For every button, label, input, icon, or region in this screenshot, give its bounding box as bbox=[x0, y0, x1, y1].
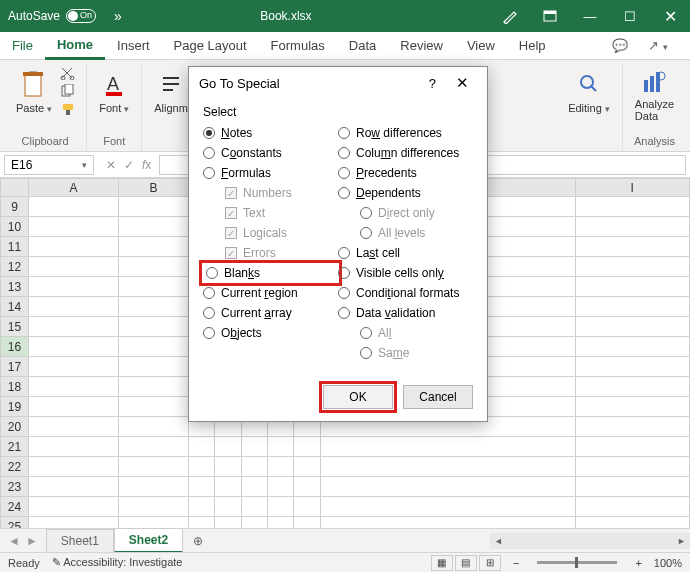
zoom-level[interactable]: 100% bbox=[654, 557, 682, 569]
radio-current-array[interactable]: Current array bbox=[203, 305, 338, 321]
tab-review[interactable]: Review bbox=[388, 32, 455, 60]
group-label: Analysis bbox=[634, 133, 675, 149]
autosave-toggle-group[interactable]: AutoSave On bbox=[0, 9, 104, 23]
ribbon-display-icon[interactable] bbox=[530, 0, 570, 32]
status-ready: Ready bbox=[8, 557, 40, 569]
row-header[interactable]: 13 bbox=[1, 277, 29, 297]
col-header[interactable]: I bbox=[575, 179, 689, 197]
tab-data[interactable]: Data bbox=[337, 32, 388, 60]
cancel-button[interactable]: Cancel bbox=[403, 385, 473, 409]
row-header[interactable]: 9 bbox=[1, 197, 29, 217]
row-header[interactable]: 21 bbox=[1, 437, 29, 457]
autosave-label: AutoSave bbox=[8, 9, 60, 23]
select-all-corner[interactable] bbox=[1, 179, 29, 197]
radio-dependents[interactable]: Dependents bbox=[338, 185, 473, 201]
col-header[interactable]: A bbox=[29, 179, 119, 197]
tab-home[interactable]: Home bbox=[45, 32, 105, 60]
zoom-out-button[interactable]: − bbox=[513, 557, 519, 569]
svg-rect-4 bbox=[23, 72, 43, 76]
radio-current-region[interactable]: Current region bbox=[203, 285, 338, 301]
tab-help[interactable]: Help bbox=[507, 32, 558, 60]
share-icon[interactable]: ↗ ▾ bbox=[638, 38, 678, 53]
sheet-tab-1[interactable]: Sheet1 bbox=[46, 529, 114, 552]
font-menu-button[interactable]: A Font ▾ bbox=[95, 66, 133, 118]
close-button[interactable]: ✕ bbox=[650, 0, 690, 32]
ok-button[interactable]: OK bbox=[323, 385, 393, 409]
group-editing: Editing ▾ bbox=[556, 64, 623, 151]
cancel-formula-icon[interactable]: ✕ bbox=[106, 158, 116, 172]
horizontal-scrollbar[interactable] bbox=[490, 533, 690, 549]
dialog-help-button[interactable]: ? bbox=[417, 76, 448, 91]
row-header[interactable]: 14 bbox=[1, 297, 29, 317]
radio-all: All bbox=[338, 325, 473, 341]
analyze-data-icon bbox=[641, 70, 667, 96]
row-header[interactable]: 11 bbox=[1, 237, 29, 257]
clipboard-small-buttons bbox=[60, 66, 78, 118]
ribbon-tabs: File Home Insert Page Layout Formulas Da… bbox=[0, 32, 690, 60]
alignment-menu-button[interactable]: Alignm bbox=[150, 66, 192, 118]
row-header[interactable]: 23 bbox=[1, 477, 29, 497]
row-header[interactable]: 16 bbox=[1, 337, 29, 357]
quick-access-more-icon[interactable]: » bbox=[104, 8, 132, 24]
row-header[interactable]: 10 bbox=[1, 217, 29, 237]
tab-view[interactable]: View bbox=[455, 32, 507, 60]
row-header[interactable]: 15 bbox=[1, 317, 29, 337]
paste-button[interactable]: Paste ▾ bbox=[12, 66, 56, 118]
dialog-close-button[interactable]: ✕ bbox=[448, 74, 477, 92]
svg-rect-16 bbox=[656, 72, 660, 92]
svg-rect-8 bbox=[65, 84, 73, 94]
dialog-titlebar[interactable]: Go To Special ? ✕ bbox=[189, 67, 487, 99]
sheet-nav-next-icon[interactable]: ► bbox=[26, 534, 38, 548]
radio-visible-cells-only[interactable]: Visible cells only bbox=[338, 265, 473, 281]
row-header[interactable]: 17 bbox=[1, 357, 29, 377]
pen-icon[interactable] bbox=[490, 0, 530, 32]
chevron-down-icon[interactable]: ▾ bbox=[82, 160, 87, 170]
row-header[interactable]: 19 bbox=[1, 397, 29, 417]
radio-last-cell[interactable]: Last cell bbox=[338, 245, 473, 261]
add-sheet-button[interactable]: ⊕ bbox=[183, 534, 213, 548]
editing-menu-button[interactable]: Editing ▾ bbox=[564, 66, 614, 118]
row-header[interactable]: 12 bbox=[1, 257, 29, 277]
autosave-toggle[interactable]: On bbox=[66, 9, 96, 23]
zoom-slider[interactable] bbox=[537, 561, 617, 564]
row-header[interactable]: 22 bbox=[1, 457, 29, 477]
tab-page-layout[interactable]: Page Layout bbox=[162, 32, 259, 60]
radio-row-differences[interactable]: Row differences bbox=[338, 125, 473, 141]
row-header[interactable]: 25 bbox=[1, 517, 29, 529]
sheet-tabs: ◄► Sheet1 Sheet2 ⊕ bbox=[0, 528, 690, 552]
zoom-in-button[interactable]: + bbox=[635, 557, 641, 569]
tab-formulas[interactable]: Formulas bbox=[259, 32, 337, 60]
radio-conditional-formats[interactable]: Conditional formats bbox=[338, 285, 473, 301]
col-header[interactable]: B bbox=[119, 179, 189, 197]
view-normal-icon[interactable]: ▦ bbox=[431, 555, 453, 571]
radio-precedents[interactable]: Precedents bbox=[338, 165, 473, 181]
radio-data-validation[interactable]: Data validation bbox=[338, 305, 473, 321]
copy-icon[interactable] bbox=[60, 84, 78, 100]
view-page-layout-icon[interactable]: ▤ bbox=[455, 555, 477, 571]
sheet-tab-2[interactable]: Sheet2 bbox=[114, 528, 183, 554]
maximize-button[interactable]: ☐ bbox=[610, 0, 650, 32]
row-header[interactable]: 20 bbox=[1, 417, 29, 437]
radio-column-differences[interactable]: Column differences bbox=[338, 145, 473, 161]
radio-objects[interactable]: Objects bbox=[203, 325, 338, 341]
comments-icon[interactable]: 💬 bbox=[602, 38, 638, 53]
analyze-data-button[interactable]: Analyze Data bbox=[631, 66, 678, 126]
tab-file[interactable]: File bbox=[0, 32, 45, 60]
tab-insert[interactable]: Insert bbox=[105, 32, 162, 60]
radio-notes[interactable]: Notes bbox=[203, 125, 338, 141]
radio-formulas[interactable]: Formulas bbox=[203, 165, 338, 181]
insert-function-icon[interactable]: fx bbox=[142, 158, 151, 172]
format-painter-icon[interactable] bbox=[60, 102, 78, 118]
minimize-button[interactable]: — bbox=[570, 0, 610, 32]
name-box[interactable]: E16▾ bbox=[4, 155, 94, 175]
accessibility-status[interactable]: ✎ Accessibility: Investigate bbox=[52, 556, 183, 569]
enter-formula-icon[interactable]: ✓ bbox=[124, 158, 134, 172]
cut-icon[interactable] bbox=[60, 66, 78, 82]
radio-constants[interactable]: Coonstants bbox=[203, 145, 338, 161]
row-header[interactable]: 18 bbox=[1, 377, 29, 397]
radio-blanks[interactable]: Blanks bbox=[206, 265, 335, 281]
row-header[interactable]: 24 bbox=[1, 497, 29, 517]
view-page-break-icon[interactable]: ⊞ bbox=[479, 555, 501, 571]
dialog-left-column: Notes Coonstants Formulas ✓Numbers ✓Text… bbox=[203, 123, 338, 363]
sheet-nav-prev-icon[interactable]: ◄ bbox=[8, 534, 20, 548]
